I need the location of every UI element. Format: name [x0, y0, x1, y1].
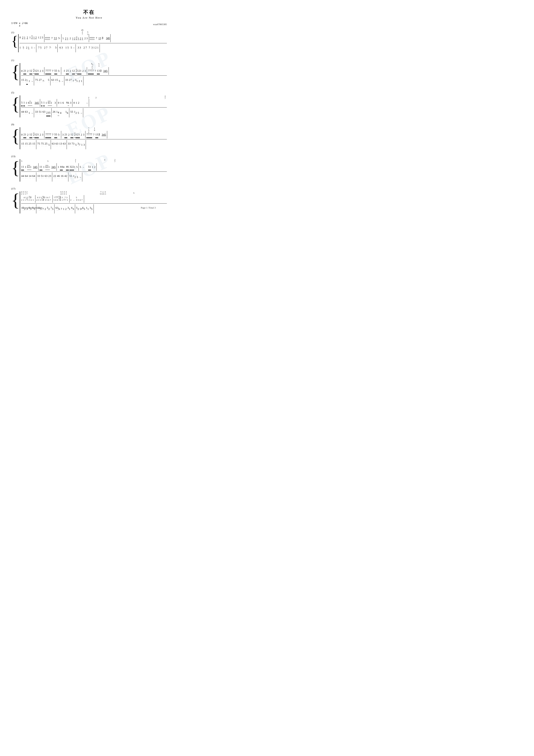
s3-lower: 1· 5· 1· 5· 2· 5· 1· 5· 7· 5· 7·: [21, 139, 167, 149]
s1-brace: {: [11, 63, 20, 86]
barline-4u: [110, 34, 111, 42]
s5-brace: {: [11, 191, 20, 213]
barline-1u: [44, 34, 44, 42]
system-row-1: { #5 2 7 53 0 2 1 2: [11, 34, 167, 52]
meta-row: 1=F# 4 4 ♩=66 wza67865385: [11, 21, 167, 27]
s1-label: (1): [11, 58, 167, 63]
m3-lower: 6 · 3 · 1 · 5: [58, 46, 75, 50]
s2-brace: {: [11, 95, 20, 118]
s2-lower: 4· 4· 6· 3· 1 – 3· 3· 5· 1· 6· 3· 235: [21, 108, 167, 118]
s3-upper: 7 5 2 1 6 0 21 2 12 2121 2 3 7777 7 55 5…: [21, 127, 167, 139]
s5-upper: 4 3 3 2 2 1 1 7 6 5 5 3 4 3 3 1 7 i i 3 …: [21, 191, 167, 203]
frac-s2-m3a: 2: [88, 95, 89, 100]
s4-above4: 4: [104, 159, 105, 161]
key-frac2: 5 3: [98, 63, 100, 67]
s2-content: 2 7 2 2 5 1 1 611 345 5 1 1 611 3 0 1 6 …: [20, 95, 167, 118]
s4-brace: {: [11, 159, 20, 182]
page-title: 不在: [11, 9, 167, 16]
s4-above5: 2 7: [114, 159, 115, 163]
s4-content: 5 5 2 1 4 2 7 11 1 611 345 11 1: [20, 159, 167, 182]
s4-label: (13): [11, 154, 167, 159]
time-bottom: 4: [19, 24, 20, 27]
tempo: ♩=66: [22, 21, 28, 25]
key-frac: #5 2 7: [91, 63, 93, 70]
brace-1: {: [11, 34, 18, 47]
key-label: 1=F#: [11, 21, 17, 25]
s1-upper: #5 2 7 5 3 0 21 2 12 2121 2 3 7777 7 55 …: [21, 63, 167, 76]
m2-lower: 7 · 5 · 2 · 7: [37, 46, 57, 50]
s3-label: (9): [11, 122, 167, 127]
s5-system: { 4 3 3 2 2 1 1 7 6 5 5 3 4 3 3 1 7 i i …: [11, 191, 167, 213]
s3-content: 7 5 2 1 6 0 21 2 12 2121 2 3 7777 7 55 5…: [20, 127, 167, 149]
page-wrapper: EOP EOP EOP 不在 You Are Not Here 1=F# 4 4…: [11, 9, 167, 213]
s4-upper: 5 5 2 1 4 2 7 11 1 611 345 11 1: [21, 159, 167, 172]
s4-above2: 5: [47, 159, 48, 163]
footer-right: Page 1 /Total 3: [141, 206, 156, 209]
s4-above1: 5: [21, 159, 22, 163]
staff-1: #5 2 7 53 0 2 1 2 1· 2 1 2: [18, 34, 167, 52]
footer-left: EveryonePiano.com: [22, 206, 42, 209]
section-label-1: (1): [11, 31, 167, 34]
s5-above3: 7 i i 3 5 6 6 1: [100, 191, 106, 195]
m2-upper: 7777 7 5·5 5·: [45, 37, 61, 40]
s5-above1: 4 3 3 2 2 1 1 7: [21, 191, 27, 195]
s1-content: #5 2 7 5 3 0 21 2 12 2121 2 3 7777 7 55 …: [20, 63, 167, 86]
m4-upper: 7777 7 13 3̄ 345: [89, 37, 110, 40]
s4-above3: 2 1: [75, 159, 76, 163]
author: wza67865385: [153, 23, 167, 26]
staff-lower-1: 1 · 5 · 2 · 1: [19, 43, 167, 52]
footer: EveryonePiano.com Page 1 /Total 3: [22, 206, 156, 209]
m1-lower: 1 · 5 · 2 · 1: [19, 46, 36, 50]
m4-lower: 3 · 3 · 2 · 7: [76, 46, 99, 50]
frac-s3: 7 5 2: [88, 127, 89, 133]
s1-system: { #5 2 7 5 3 0 21 2 12 2121 2 3 7777: [11, 63, 167, 86]
m1-upper: 0 2 1 2 1· 2 1 2 1 2 3: [19, 36, 44, 40]
score-body: .sc { font-family:'Times New Roman',seri…: [11, 58, 167, 213]
s5-above4: 5: [134, 191, 135, 195]
m3-upper: ·1 2 1 2 1 2 2 1 2 1 2 3: [62, 36, 88, 40]
barline-3u: [89, 34, 89, 42]
s3-brace: {: [11, 127, 20, 149]
s4-system: { 5 5 2 1 4 2 7: [11, 159, 167, 182]
s5-content: 4 3 3 2 2 1 1 7 6 5 5 3 4 3 3 1 7 i i 3 …: [20, 191, 167, 213]
barline-2u: [61, 34, 62, 42]
s2-upper: 2 7 2 2 5 1 1 611 345 5 1 1 611 3 0 1 6 …: [21, 95, 167, 108]
frac2-above-s1: 53: [87, 31, 89, 36]
frac-s2-r: 2 7: [165, 95, 166, 99]
s5-label: (17): [11, 186, 167, 191]
frac-s2-m3b: 2: [95, 95, 97, 100]
time-sig: 4 4: [19, 22, 20, 27]
s2-system: { 2 7 2 2 5 1 1 611 345 5 1 1 611 3 0 1: [11, 95, 167, 118]
s3-system: { 7 5 2 1 6 0 21 2 12 2121 2 3 7777 7 55…: [11, 127, 167, 149]
s4-lower: 4· 4· 6· 4· 1· 4· 6· 4· 3· 3· 5·: [21, 172, 167, 182]
s1-lower: 1· 5· 2· 1· 1 – 7· 5· 2· 7· 7· 5· 6·: [21, 76, 167, 86]
frac-s3b: 1 6: [94, 127, 95, 131]
page-subtitle: You Are Not Here: [11, 16, 167, 19]
staff-upper-1: #5 2 7 53 0 2 1 2 1· 2 1 2: [19, 34, 167, 43]
key-info: 1=F# 4 4 ♩=66: [11, 21, 28, 27]
frac-above-s1: #5 2 7: [81, 29, 84, 35]
s2-label: (5): [11, 90, 167, 95]
s5-above2: 6 5 5 3 4 3 3 1: [61, 191, 67, 195]
section-1: (1) { #5 2 7 53 0 2 1: [11, 31, 167, 52]
